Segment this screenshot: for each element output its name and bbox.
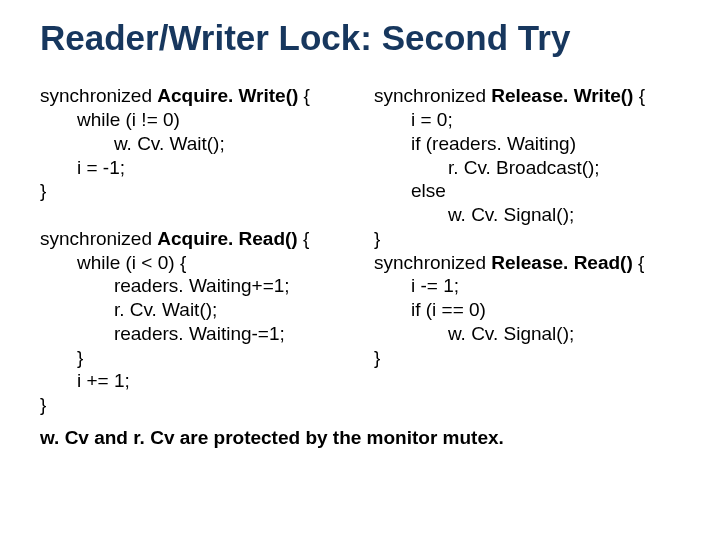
right-column: synchronized Release. Write() { i = 0; i… bbox=[374, 84, 690, 417]
code-line: w. Cv. Wait(); bbox=[40, 132, 356, 156]
brace: { bbox=[633, 85, 645, 106]
acquire-read-sig: synchronized Acquire. Read() { bbox=[40, 227, 356, 251]
code-line: r. Cv. Wait(); bbox=[40, 298, 356, 322]
release-read-sig: synchronized Release. Read() { bbox=[374, 251, 690, 275]
footer-note: w. Cv and r. Cv are protected by the mon… bbox=[40, 427, 690, 449]
code-line: if (readers. Waiting) bbox=[374, 132, 690, 156]
blank-line bbox=[40, 203, 356, 227]
code-line: i -= 1; bbox=[374, 274, 690, 298]
fn-name: Release. Write() bbox=[491, 85, 633, 106]
brace: { bbox=[633, 252, 645, 273]
code-line: else bbox=[374, 179, 690, 203]
acquire-write-sig: synchronized Acquire. Write() { bbox=[40, 84, 356, 108]
kw-sync: synchronized bbox=[40, 85, 157, 106]
code-line: i += 1; bbox=[40, 369, 356, 393]
kw-sync: synchronized bbox=[374, 252, 491, 273]
fn-name: Acquire. Write() bbox=[157, 85, 298, 106]
code-line: if (i == 0) bbox=[374, 298, 690, 322]
code-line: } bbox=[40, 393, 356, 417]
kw-sync: synchronized bbox=[40, 228, 157, 249]
code-line: while (i < 0) { bbox=[40, 251, 356, 275]
code-line: i = -1; bbox=[40, 156, 356, 180]
code-line: } bbox=[40, 346, 356, 370]
code-line: } bbox=[374, 346, 690, 370]
code-line: i = 0; bbox=[374, 108, 690, 132]
fn-name: Acquire. Read() bbox=[157, 228, 297, 249]
page-title: Reader/Writer Lock: Second Try bbox=[40, 18, 690, 58]
kw-sync: synchronized bbox=[374, 85, 491, 106]
code-columns: synchronized Acquire. Write() { while (i… bbox=[40, 84, 690, 417]
code-line: } bbox=[40, 179, 356, 203]
brace: { bbox=[298, 228, 310, 249]
code-line: w. Cv. Signal(); bbox=[374, 322, 690, 346]
code-line: w. Cv. Signal(); bbox=[374, 203, 690, 227]
code-line: r. Cv. Broadcast(); bbox=[374, 156, 690, 180]
code-line: readers. Waiting-=1; bbox=[40, 322, 356, 346]
fn-name: Release. Read() bbox=[491, 252, 633, 273]
brace: { bbox=[298, 85, 310, 106]
code-line: } bbox=[374, 227, 690, 251]
release-write-sig: synchronized Release. Write() { bbox=[374, 84, 690, 108]
code-line: readers. Waiting+=1; bbox=[40, 274, 356, 298]
code-line: while (i != 0) bbox=[40, 108, 356, 132]
left-column: synchronized Acquire. Write() { while (i… bbox=[40, 84, 356, 417]
slide: Reader/Writer Lock: Second Try synchroni… bbox=[0, 0, 720, 540]
